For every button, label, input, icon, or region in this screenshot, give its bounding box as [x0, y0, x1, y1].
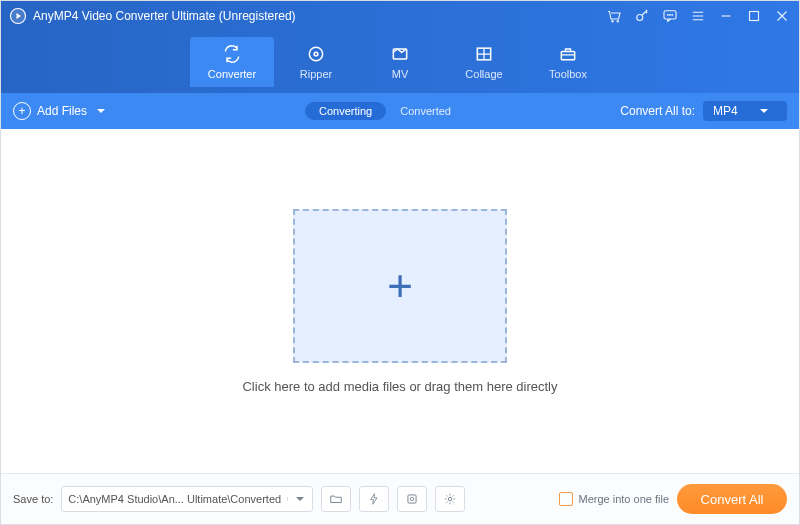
subbar: + Add Files Converting Converted Convert…: [1, 93, 799, 129]
minimize-icon[interactable]: [717, 7, 735, 25]
segmented-label: Converted: [400, 105, 451, 117]
convert-all-label: Convert All: [701, 492, 764, 507]
titlebar: AnyMP4 Video Converter Ultimate (Unregis…: [1, 1, 799, 31]
tab-label: Converter: [208, 68, 256, 80]
tab-label: Ripper: [300, 68, 332, 80]
tab-label: Collage: [465, 68, 502, 80]
header: AnyMP4 Video Converter Ultimate (Unregis…: [1, 1, 799, 93]
save-path-dropdown[interactable]: [287, 497, 312, 501]
cart-icon[interactable]: [605, 7, 623, 25]
menu-icon[interactable]: [689, 7, 707, 25]
chevron-down-icon: [760, 109, 768, 113]
add-files-button[interactable]: + Add Files: [13, 102, 105, 120]
feedback-icon[interactable]: [661, 7, 679, 25]
convert-all-to-label: Convert All to:: [620, 104, 695, 118]
maximize-icon[interactable]: [745, 7, 763, 25]
merge-checkbox[interactable]: Merge into one file: [559, 492, 670, 506]
hardware-accel-button[interactable]: [359, 486, 389, 512]
svg-point-3: [637, 15, 643, 21]
ripper-icon: [306, 44, 326, 64]
app-logo-icon: [9, 7, 27, 25]
converter-icon: [222, 44, 242, 64]
task-schedule-button[interactable]: [397, 486, 427, 512]
status-segmented: Converting Converted: [305, 102, 465, 120]
save-to-label: Save to:: [13, 493, 53, 505]
window-controls: [605, 7, 791, 25]
svg-point-5: [667, 14, 668, 15]
convert-all-to: Convert All to: MP4: [620, 101, 787, 121]
merge-label: Merge into one file: [579, 493, 670, 505]
tab-converted[interactable]: Converted: [386, 102, 465, 120]
chevron-down-icon: [296, 497, 304, 501]
plus-icon: +: [387, 264, 413, 308]
svg-rect-14: [408, 495, 416, 503]
svg-point-10: [314, 52, 318, 56]
tab-collage[interactable]: Collage: [442, 37, 526, 87]
save-path-field[interactable]: C:\AnyMP4 Studio\An... Ultimate\Converte…: [61, 486, 313, 512]
app-title: AnyMP4 Video Converter Ultimate (Unregis…: [33, 9, 296, 23]
svg-point-1: [612, 20, 614, 22]
format-select[interactable]: MP4: [703, 101, 787, 121]
main-area: + Click here to add media files or drag …: [1, 129, 799, 473]
mv-icon: [390, 44, 410, 64]
segmented-label: Converting: [319, 105, 372, 117]
toolbox-icon: [558, 44, 578, 64]
settings-button[interactable]: [435, 486, 465, 512]
dropzone[interactable]: +: [293, 209, 507, 363]
collage-icon: [474, 44, 494, 64]
app-window: AnyMP4 Video Converter Ultimate (Unregis…: [0, 0, 800, 525]
convert-all-button[interactable]: Convert All: [677, 484, 787, 514]
plus-circle-icon: +: [13, 102, 31, 120]
main-tabs: Converter Ripper MV Collage: [1, 31, 799, 93]
checkbox-icon: [559, 492, 573, 506]
tab-mv[interactable]: MV: [358, 37, 442, 87]
tab-ripper[interactable]: Ripper: [274, 37, 358, 87]
format-value: MP4: [713, 104, 738, 118]
tab-toolbox[interactable]: Toolbox: [526, 37, 610, 87]
chevron-down-icon: [97, 109, 105, 113]
tab-converting[interactable]: Converting: [305, 102, 386, 120]
footer: Save to: C:\AnyMP4 Studio\An... Ultimate…: [1, 473, 799, 524]
add-files-label: Add Files: [37, 104, 87, 118]
svg-point-16: [448, 497, 452, 501]
svg-rect-13: [561, 52, 574, 60]
dropzone-label: Click here to add media files or drag th…: [242, 379, 557, 394]
svg-point-7: [672, 14, 673, 15]
tab-label: Toolbox: [549, 68, 587, 80]
svg-point-2: [617, 20, 619, 22]
key-icon[interactable]: [633, 7, 651, 25]
save-path-text: C:\AnyMP4 Studio\An... Ultimate\Converte…: [62, 493, 287, 505]
svg-point-15: [410, 497, 414, 501]
svg-point-9: [309, 47, 322, 60]
open-folder-button[interactable]: [321, 486, 351, 512]
tab-converter[interactable]: Converter: [190, 37, 274, 87]
svg-point-6: [669, 14, 670, 15]
tab-label: MV: [392, 68, 409, 80]
close-icon[interactable]: [773, 7, 791, 25]
svg-rect-8: [750, 12, 759, 21]
